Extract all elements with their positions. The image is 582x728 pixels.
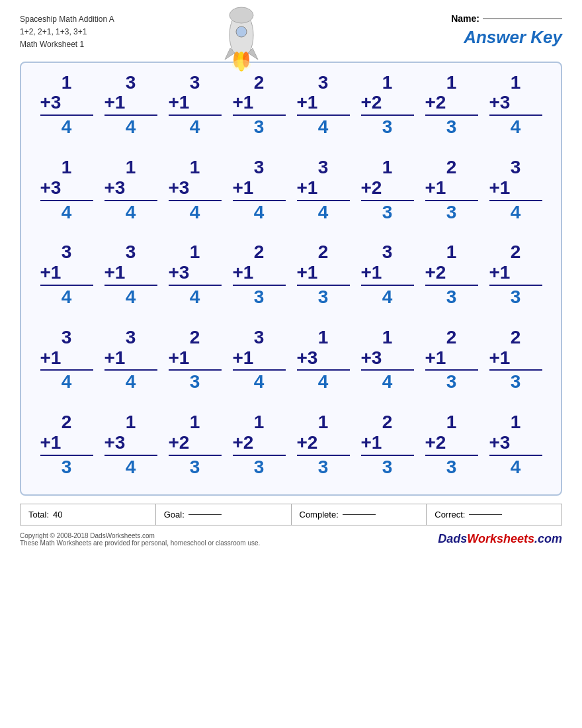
- problem-answer: 4: [254, 372, 265, 392]
- problem-answer: 3: [382, 117, 393, 138]
- problem-addend: +1: [104, 348, 157, 371]
- problem-answer: 4: [126, 372, 136, 392]
- problem-addend: +1: [233, 263, 286, 286]
- problem-row-1: 1+343+143+142+133+141+231+231+34: [34, 73, 548, 138]
- problem-addend: +2: [425, 263, 478, 286]
- problem-4-5: 1+34: [297, 328, 350, 392]
- worksheet-box: 1+343+143+142+133+141+231+231+341+341+34…: [20, 62, 562, 496]
- total-value: 40: [53, 510, 62, 520]
- problem-top: 2: [382, 412, 393, 433]
- complete-cell: Complete:: [292, 504, 427, 525]
- problem-2-6: 1+23: [361, 158, 414, 222]
- problem-answer: 4: [511, 117, 521, 138]
- problem-top: 1: [318, 328, 329, 348]
- complete-blank: [343, 514, 376, 515]
- problem-answer: 3: [446, 203, 457, 223]
- problem-addend: +1: [104, 93, 157, 116]
- header: Spaceship Math Addition A 1+2, 2+1, 1+3,…: [20, 13, 562, 52]
- name-underline: [483, 19, 562, 19]
- problem-5-6: 2+13: [361, 412, 414, 477]
- problem-5-1: 2+13: [40, 412, 93, 477]
- goal-label: Goal:: [164, 510, 185, 520]
- name-label: Name:: [451, 13, 479, 24]
- problem-top: 1: [254, 412, 265, 433]
- problem-top: 3: [126, 328, 136, 348]
- problem-addend: +1: [489, 178, 542, 201]
- problem-addend: +3: [104, 433, 157, 456]
- problem-top: 3: [126, 73, 136, 93]
- problem-addend: +3: [489, 93, 542, 116]
- header-right: Name: Answer Key: [451, 13, 562, 48]
- problem-5-5: 1+23: [297, 412, 350, 477]
- problem-1-5: 3+14: [297, 73, 350, 138]
- problem-answer: 3: [446, 372, 457, 392]
- svg-point-8: [232, 60, 251, 70]
- problem-answer: 3: [190, 457, 200, 478]
- problem-addend: +1: [297, 93, 350, 116]
- problem-3-3: 1+34: [169, 242, 222, 307]
- problem-top: 3: [318, 158, 329, 178]
- rocket-icon: [212, 5, 271, 74]
- problem-top: 1: [446, 242, 457, 263]
- problem-addend: +1: [233, 178, 286, 201]
- problem-top: 1: [318, 412, 329, 433]
- problem-addend: +1: [489, 263, 542, 286]
- problem-addend: +1: [297, 263, 350, 286]
- problem-4-3: 2+13: [169, 328, 222, 392]
- problem-top: 3: [62, 242, 72, 263]
- correct-label: Correct:: [435, 510, 465, 520]
- problem-addend: +2: [233, 433, 286, 456]
- problem-addend: +2: [169, 433, 222, 456]
- problem-4-4: 3+14: [233, 328, 286, 392]
- problem-top: 1: [511, 73, 521, 93]
- problem-4-7: 2+13: [425, 328, 478, 392]
- problem-top: 3: [254, 328, 265, 348]
- problem-answer: 4: [126, 117, 136, 138]
- problem-answer: 3: [190, 372, 200, 392]
- problem-top: 1: [126, 158, 136, 178]
- title-line2: 1+2, 2+1, 1+3, 3+1: [20, 26, 114, 38]
- problem-top: 1: [382, 158, 393, 178]
- problem-3-4: 2+13: [233, 242, 286, 307]
- goal-blank: [188, 514, 222, 515]
- problem-top: 3: [511, 158, 521, 178]
- problem-answer: 4: [382, 287, 393, 308]
- problem-top: 1: [190, 412, 200, 433]
- problem-top: 2: [62, 412, 72, 433]
- problem-answer: 4: [254, 203, 265, 223]
- problem-top: 2: [511, 328, 521, 348]
- problem-answer: 3: [446, 457, 457, 478]
- problem-row-5: 2+131+341+231+231+232+131+231+34: [34, 412, 548, 477]
- problem-addend: +1: [361, 263, 414, 286]
- page: Spaceship Math Addition A 1+2, 2+1, 1+3,…: [0, 0, 582, 728]
- problem-answer: 4: [318, 372, 329, 392]
- problem-addend: +1: [40, 433, 93, 456]
- goal-cell: Goal:: [156, 504, 292, 525]
- problem-top: 3: [382, 242, 393, 263]
- problem-answer: 4: [190, 287, 200, 308]
- problem-answer: 4: [190, 203, 200, 223]
- problem-1-8: 1+34: [489, 73, 542, 138]
- problem-4-2: 3+14: [104, 328, 157, 392]
- problem-top: 1: [126, 412, 136, 433]
- problem-answer: 3: [382, 457, 393, 478]
- problem-addend: +3: [40, 93, 93, 116]
- problem-row-4: 3+143+142+133+141+341+342+132+13: [34, 328, 548, 392]
- problem-top: 1: [446, 73, 457, 93]
- problem-answer: 4: [126, 457, 136, 478]
- problem-top: 2: [254, 242, 265, 263]
- problem-3-5: 2+13: [297, 242, 350, 307]
- problem-top: 2: [318, 242, 329, 263]
- problem-answer: 3: [254, 117, 265, 138]
- problem-answer: 3: [318, 287, 329, 308]
- problem-top: 2: [254, 73, 265, 93]
- problem-3-1: 3+14: [40, 242, 93, 307]
- problem-3-6: 3+14: [361, 242, 414, 307]
- problem-answer: 4: [511, 457, 521, 478]
- problem-top: 1: [382, 328, 393, 348]
- problem-answer: 3: [254, 287, 265, 308]
- problem-addend: +3: [169, 178, 222, 201]
- problem-addend: +1: [233, 348, 286, 371]
- problem-addend: +1: [297, 178, 350, 201]
- copyright-line1: Copyright © 2008-2018 DadsWorksheets.com: [20, 532, 260, 539]
